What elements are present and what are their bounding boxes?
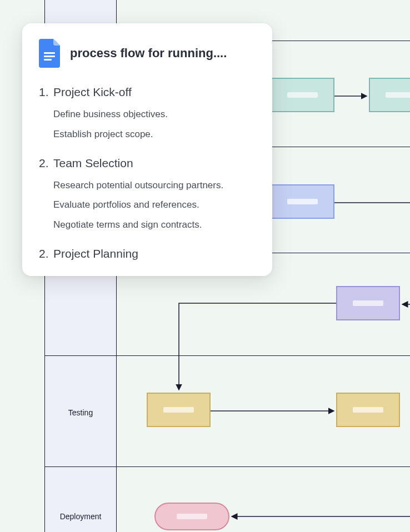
connector-elbow [178, 300, 342, 394]
flow-node-purple-1[interactable] [336, 286, 400, 320]
section-title: Project Kick-off [53, 86, 132, 99]
section-item: Negotiate terms and sign contracts. [53, 218, 256, 232]
node-text-placeholder [177, 514, 207, 519]
section-heading: 1. Project Kick-off [39, 86, 256, 99]
node-text-placeholder [287, 92, 318, 98]
document-title: process flow for running.... [70, 46, 227, 61]
doc-section-team: 2. Team Selection Research potential out… [39, 157, 256, 232]
canvas: Testing Deployment [0, 0, 410, 532]
flow-node-gold-2[interactable] [336, 393, 400, 427]
flow-node-teal-1[interactable] [271, 78, 334, 112]
section-item: Establish project scope. [53, 128, 256, 141]
section-number: 1. [39, 86, 51, 99]
connector-arrow [211, 408, 336, 414]
lane-label-deployment: Deployment [44, 512, 117, 521]
node-text-placeholder [163, 407, 194, 413]
node-text-placeholder [287, 199, 318, 204]
lane-divider [44, 466, 410, 467]
section-heading: 2. Team Selection [39, 157, 256, 170]
doc-section-planning: 2. Project Planning [39, 247, 256, 260]
lane-label-testing: Testing [44, 408, 117, 417]
flow-node-teal-2[interactable] [369, 78, 410, 112]
svg-rect-7 [44, 59, 52, 61]
section-item: Research potential outsourcing partners. [53, 179, 256, 192]
flow-node-blue-1[interactable] [271, 184, 334, 219]
connector-arrow [400, 302, 410, 307]
section-number: 2. [39, 157, 51, 170]
doc-section-kickoff: 1. Project Kick-off Define business obje… [39, 86, 256, 141]
section-title: Team Selection [53, 157, 133, 170]
google-docs-icon [39, 39, 61, 68]
connector-arrow [334, 93, 369, 99]
section-item: Evaluate portfolios and references. [53, 198, 256, 212]
node-text-placeholder [353, 300, 383, 306]
flow-node-gold-1[interactable] [147, 393, 211, 427]
connector-line [334, 200, 410, 205]
node-text-placeholder [386, 92, 410, 98]
connector-arrow [229, 514, 410, 519]
lane-divider [44, 355, 410, 356]
document-header: process flow for running.... [39, 39, 256, 68]
svg-rect-5 [44, 52, 55, 54]
flow-terminator-pink[interactable] [154, 503, 229, 530]
section-number: 2. [39, 247, 51, 260]
node-text-placeholder [353, 407, 383, 413]
section-item: Define business objectives. [53, 108, 256, 121]
section-title: Project Planning [53, 247, 138, 260]
section-heading: 2. Project Planning [39, 247, 256, 260]
svg-rect-6 [44, 56, 55, 57]
document-card[interactable]: process flow for running.... 1. Project … [22, 23, 272, 276]
